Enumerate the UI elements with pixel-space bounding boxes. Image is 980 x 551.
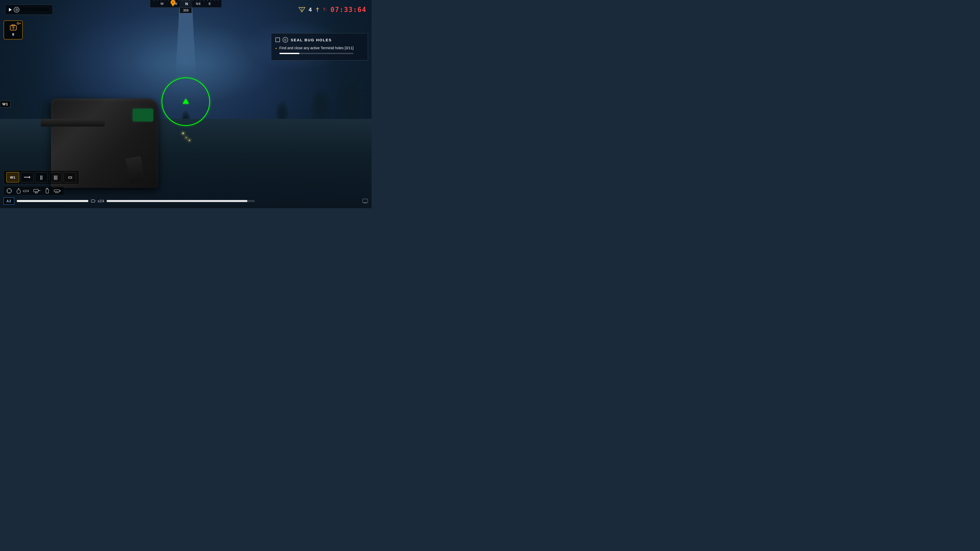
slot-w1-label: W1 [10,176,16,179]
loadout-slot-w1[interactable]: W1 [6,172,19,183]
weapon-scope [133,109,153,121]
ammo-bullet-icon [91,199,95,203]
health-bar-bg [17,200,88,202]
svg-marker-7 [317,7,318,8]
task-progress-bar [280,53,354,54]
compass-w: W [161,2,164,6]
task-text: Find and close any active Terminid holes… [280,46,354,50]
stamina-bar-bg [107,200,255,202]
compass-heading: 359 [180,8,192,13]
equip-pistol [33,188,41,193]
compass-ticks [150,0,221,2]
scene-light-2 [189,140,190,141]
grenade-count: x2/4 [23,189,29,193]
ammo-display: x2/4 [91,199,104,203]
objective-checkbox[interactable] [275,38,280,42]
compass-n: N [185,2,188,6]
aim-icon [6,188,12,194]
svg-rect-20 [34,189,38,192]
slot-arrow-icon: ⟶ [24,175,30,180]
w1-side-label: W1 [0,101,11,107]
svg-rect-23 [46,189,48,193]
equip-support [54,189,61,193]
pistol-icon [33,188,41,193]
svg-point-17 [17,189,21,194]
squad-icon [298,7,305,13]
squad-count: 4 [309,6,312,13]
status-bar: A2 x2/4 [3,197,368,205]
compass-e: E [209,2,211,6]
equip-grenade: x2/4 [16,188,29,194]
top-right-hud: 4 T- 07:33:64 [298,6,366,14]
timer-display: 07:33:64 [331,6,366,14]
health-bar-fill [17,200,88,202]
slot-badge-label: A2 [6,199,11,203]
svg-rect-31 [363,199,368,203]
loadout-slot-ammo2[interactable]: ||| [49,172,62,183]
supply-count: 9 [12,32,14,37]
play-icon [9,8,12,11]
compass-bar: W NW N NE E [150,0,222,8]
objective-task: • Find and close any active Terminid hol… [275,46,364,54]
scene-light-3 [186,137,186,138]
stratagems-button[interactable]: STRATAGEMS [5,5,53,15]
timer-prefix: T- [323,7,327,12]
supply-pack-icon [9,24,18,32]
slot-badge-a2: A2 [3,197,14,205]
objective-panel: SEAL BUG HOLES • Find and close any acti… [271,33,368,60]
bottom-hud: W1 ⟶ || ||| ▭ [0,170,372,208]
svg-point-2 [172,1,174,3]
svg-rect-22 [35,192,37,193]
svg-rect-26 [54,190,60,192]
objective-header: SEAL BUG HOLES [275,37,364,43]
difficulty-icon [315,7,320,13]
weapon-barrel [41,119,105,127]
slot-container-icon: ▭ [68,175,72,180]
grenade-icon [16,188,21,194]
health-bar-container [17,200,88,202]
slot-ammo1-icon: || [40,175,43,180]
slot-ammo2-icon: ||| [54,175,57,180]
stamina-bar-fill [107,200,247,202]
supply-plus-label: G+ [17,22,21,25]
loadout-slot-ammo1[interactable]: || [35,172,48,183]
stratagems-label: STRATAGEMS [21,7,49,12]
compass: W NW N NE E 359 [150,0,222,13]
stim-icon [45,188,49,194]
equip-aim [6,188,12,194]
support-weapon-icon [54,189,61,193]
task-bullet: • [275,46,277,51]
stratagem-icon [14,7,19,13]
loadout-slot-arrow[interactable]: ⟶ [21,172,33,183]
objective-title: SEAL BUG HOLES [291,38,332,42]
compass-ne: NE [196,2,201,6]
crosshair [162,78,210,126]
svg-marker-29 [91,200,95,202]
waypoint-marker [170,0,176,8]
scene-light-1 [183,133,184,134]
objective-icon [283,37,288,43]
corner-display-icon [363,199,368,203]
supply-pack: G+ 9 [3,21,23,40]
ammo-count: x2/4 [97,199,104,203]
crosshair-dot [185,102,186,103]
loadout-bar: W1 ⟶ || ||| ▭ [3,170,79,184]
task-progress-fill [280,53,300,54]
loadout-slot-container[interactable]: ▭ [64,172,76,183]
top-hud: STRATAGEMS [0,0,372,19]
equipment-bar: x2/4 [3,186,64,195]
corner-icon [363,199,368,205]
equip-stim [45,188,49,194]
svg-marker-1 [172,4,175,6]
stamina-bar-container [107,200,255,202]
